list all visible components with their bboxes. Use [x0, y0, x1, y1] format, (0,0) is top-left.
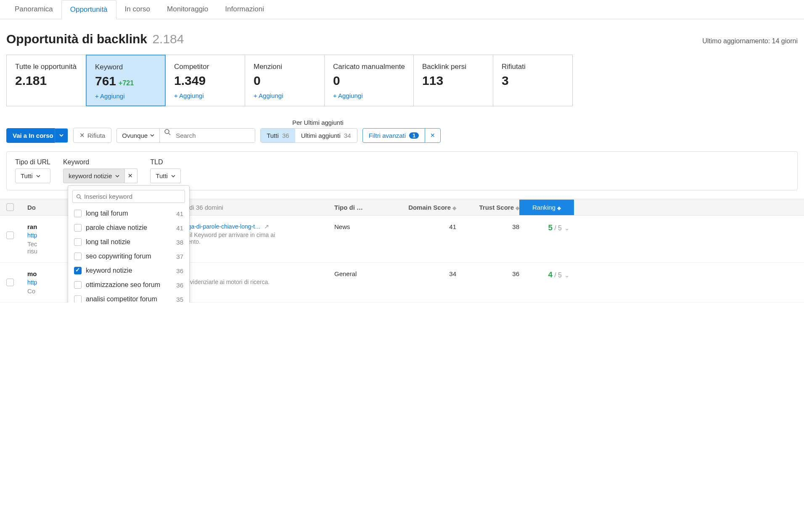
keyword-option[interactable]: ottimizzazione seo forum36 [68, 278, 189, 292]
page-title-count: 2.184 [152, 32, 184, 46]
keyword-option-label: parole chiave notizie [86, 224, 172, 232]
keyword-option-label: seo copywriting forum [86, 253, 172, 260]
checkbox[interactable] [74, 281, 82, 289]
sort-icon: ◆ [557, 205, 561, 211]
keyword-option-label: long tail forum [86, 210, 172, 217]
filter-tld-select[interactable]: Tutti [150, 169, 181, 183]
keyword-option-count: 36 [176, 267, 183, 274]
advanced-filter-button[interactable]: Filtri avanzati 1 [363, 129, 425, 142]
svg-line-3 [80, 198, 81, 199]
checkbox[interactable] [74, 253, 82, 260]
keyword-option-count: 41 [176, 210, 183, 217]
tab-opportunita[interactable]: Opportunità [61, 0, 116, 19]
go-to-in-progress-button[interactable]: Vai a In corso [6, 128, 60, 143]
advanced-filter-count: 1 [409, 132, 419, 139]
segment-all[interactable]: Tutti 36 [261, 129, 295, 142]
col-domain-score[interactable]: Domain Score◆ [393, 204, 456, 211]
filter-panel: Tipo di URL Tutti Keyword keyword notizi… [6, 151, 798, 190]
card-value: 1.349 [174, 74, 206, 87]
advanced-filter-clear[interactable]: ✕ [425, 129, 440, 142]
card-add-link[interactable]: + Aggiungi [333, 92, 405, 99]
keyword-option[interactable]: long tail forum41 [68, 206, 189, 221]
filter-tld-label: TLD [150, 158, 181, 166]
summary-card[interactable]: Competitor1.349+ Aggiungi [165, 55, 245, 106]
keyword-option[interactable]: long tail notizie38 [68, 235, 189, 249]
keyword-option[interactable]: parole chiave notizie41 [68, 221, 189, 235]
card-label: Competitor [174, 63, 236, 71]
summary-card[interactable]: Tutte le opportunità2.181 [6, 55, 86, 106]
keyword-option-label: long tail notizie [86, 238, 172, 246]
keyword-option-label: ottimizzazione seo forum [86, 281, 172, 289]
external-link-icon: ↗ [264, 223, 269, 230]
col-type[interactable]: Tipo di … [334, 204, 393, 211]
keyword-dropdown: long tail forum41parole chiave notizie41… [68, 185, 190, 303]
col-trust-score[interactable]: Trust Score◆ [456, 204, 519, 211]
x-icon: ✕ [430, 132, 435, 139]
go-to-in-progress-dropdown[interactable] [55, 128, 68, 143]
keyword-option[interactable]: analisi competitor forum35 [68, 292, 189, 303]
svg-point-2 [77, 195, 80, 198]
keyword-option[interactable]: keyword notizie36 [68, 263, 189, 278]
select-all-checkbox[interactable] [6, 203, 14, 211]
search-scope-select[interactable]: Ovunque [117, 129, 160, 142]
summary-card[interactable]: Caricato manualmente0+ Aggiungi [324, 55, 414, 106]
checkbox[interactable] [74, 295, 82, 303]
summary-card[interactable]: Menzioni0+ Aggiungi [245, 55, 325, 106]
checkbox[interactable] [74, 267, 82, 274]
keyword-option-count: 38 [176, 239, 183, 246]
card-value: 2.181 [15, 74, 47, 87]
card-value: 3 [502, 74, 509, 87]
keyword-option-count: 37 [176, 253, 183, 260]
keyword-dropdown-search [72, 190, 185, 203]
chevron-down-icon [115, 174, 119, 178]
search-icon [76, 194, 82, 200]
svg-point-0 [165, 129, 169, 134]
card-label: Tutte le opportunità [15, 63, 77, 71]
filter-url-type-select[interactable]: Tutti [15, 169, 50, 183]
tab-panoramica[interactable]: Panoramica [6, 0, 61, 19]
row-type: General [334, 270, 393, 277]
row-ranking[interactable]: 4 / 5⌄ [519, 270, 574, 279]
chevron-down-icon [150, 133, 154, 137]
row-type: News [334, 223, 393, 230]
search-group: Ovunque [116, 128, 255, 143]
summary-card[interactable]: Keyword761+721+ Aggiungi [86, 55, 166, 106]
keyword-option-count: 41 [176, 224, 183, 232]
row-trust-score: 38 [456, 223, 519, 230]
segment-latest-count: 34 [344, 132, 351, 139]
row-checkbox[interactable] [6, 279, 14, 286]
card-add-link[interactable]: + Aggiungi [174, 92, 236, 99]
tab-informazioni[interactable]: Informazioni [217, 0, 272, 19]
summary-card[interactable]: Rifiutati3 [493, 55, 573, 106]
page-title: Opportunità di backlink 2.184 [6, 32, 184, 46]
checkbox[interactable] [74, 224, 82, 232]
search-input[interactable] [171, 129, 255, 142]
checkbox[interactable] [74, 238, 82, 246]
card-value: 761 [95, 74, 116, 88]
row-checkbox[interactable] [6, 232, 14, 239]
keyword-option-count: 35 [176, 296, 183, 303]
tab-in-corso[interactable]: In corso [116, 0, 159, 19]
keyword-dropdown-input[interactable] [84, 193, 181, 200]
row-domain-score: 34 [393, 270, 456, 277]
chevron-down-icon [171, 174, 175, 178]
tab-bar: Panoramica Opportunità In corso Monitora… [0, 0, 804, 19]
reject-button[interactable]: ✕ Rifiuta [73, 128, 112, 143]
checkbox[interactable] [74, 210, 82, 217]
card-add-link[interactable]: + Aggiungi [95, 92, 156, 100]
segment-latest[interactable]: Ultimi aggiunti 34 [295, 129, 357, 142]
col-ranking[interactable]: Ranking◆ [519, 200, 574, 215]
advanced-filter-group: Filtri avanzati 1 ✕ [362, 128, 441, 143]
keyword-option[interactable]: seo copywriting forum37 [68, 249, 189, 263]
sort-icon: ◆ [452, 205, 456, 211]
toolbar: Vai a In corso ✕ Rifiuta Ovunque Tutti 3… [0, 128, 804, 151]
filter-keyword-clear[interactable]: ✕ [124, 169, 138, 183]
card-value: 0 [333, 74, 340, 87]
filter-url-type-label: Tipo di URL [15, 158, 50, 166]
tab-monitoraggio[interactable]: Monitoraggio [159, 0, 217, 19]
summary-card[interactable]: Backlink persi113 [413, 55, 493, 106]
row-ranking[interactable]: 5 / 5⌄ [519, 223, 574, 232]
filter-keyword-select[interactable]: keyword notizie [63, 169, 125, 183]
card-add-link[interactable]: + Aggiungi [254, 92, 316, 99]
search-icon [160, 129, 171, 142]
